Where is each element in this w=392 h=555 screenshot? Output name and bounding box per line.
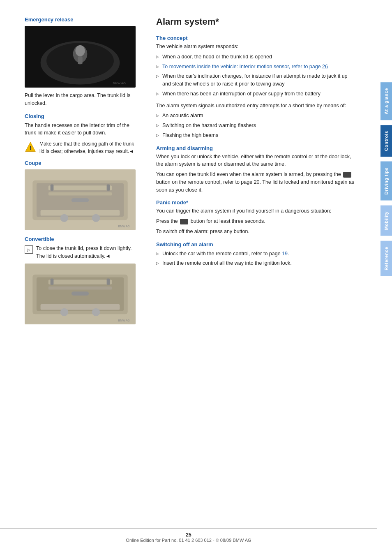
- alarm-system-heading: Alarm system*: [156, 16, 357, 29]
- svg-point-4: [75, 45, 85, 56]
- svg-point-31: [92, 308, 100, 316]
- svg-rect-24: [48, 280, 112, 284]
- signals-bullet-3: Flashing the high beams: [156, 132, 357, 139]
- coupe-image: BMW AG: [25, 169, 136, 230]
- svg-text:!: !: [30, 145, 32, 151]
- svg-text:BMW AG: BMW AG: [118, 319, 130, 322]
- concept-heading: The concept: [156, 35, 357, 41]
- emergency-svg: BMW AG: [25, 26, 136, 88]
- remote-button-icon-arming: [343, 172, 351, 178]
- switching-bullets-list: Unlock the car with the remote control, …: [156, 250, 357, 268]
- coupe-svg: BMW AG: [25, 169, 136, 230]
- svg-rect-28: [71, 291, 89, 296]
- arming-para2: You can open the trunk lid even when the…: [156, 171, 357, 194]
- svg-text:BMW AG: BMW AG: [113, 82, 126, 86]
- panic-heading: Panic mode*: [156, 199, 357, 206]
- concept-bullet-1: When a door, the hood or the trunk lid i…: [156, 53, 357, 61]
- remote-button-icon-panic: [180, 219, 188, 224]
- convertible-note-text: To close the trunk lid, press it down li…: [36, 245, 136, 260]
- svg-rect-29: [41, 304, 120, 310]
- tab-reference[interactable]: Reference: [380, 241, 392, 276]
- svg-point-19: [92, 214, 100, 222]
- footer-text: Online Edition for Part no. 01 41 2 603 …: [0, 538, 377, 543]
- page-container: Emergency release BMW AG Pull the lever …: [0, 0, 392, 555]
- concept-intro: The vehicle alarm system responds:: [156, 43, 357, 51]
- tab-controls[interactable]: Controls: [380, 125, 392, 157]
- convertible-image: BMW AG: [25, 264, 136, 324]
- svg-rect-17: [41, 210, 120, 216]
- page-footer: 25 Online Edition for Part no. 01 41 2 6…: [0, 528, 377, 543]
- main-content: Emergency release BMW AG Pull the lever …: [0, 0, 377, 555]
- tab-driving-tips[interactable]: Driving tips: [380, 162, 392, 201]
- tab-at-a-glance[interactable]: At a glance: [380, 82, 392, 120]
- warning-icon: !: [25, 141, 36, 153]
- panic-para2: Press the button for at least three seco…: [156, 217, 357, 225]
- svg-rect-5: [78, 56, 83, 64]
- convertible-heading: Convertible: [25, 236, 136, 242]
- svg-rect-25: [48, 286, 112, 289]
- page-ref-19[interactable]: 19: [282, 251, 288, 257]
- emergency-body: Pull the lever in the cargo area. The tr…: [25, 92, 136, 107]
- concept-bullet-4: When there has been an interruption of p…: [156, 90, 357, 98]
- concept-bullet-3: When the car's inclination changes, for …: [156, 72, 357, 88]
- left-column: Emergency release BMW AG Pull the lever …: [25, 16, 148, 539]
- signals-bullet-2: Switching on the hazard warning flashers: [156, 122, 357, 130]
- svg-point-30: [60, 308, 68, 316]
- svg-rect-13: [48, 192, 112, 196]
- play-arrow-icon: [25, 245, 33, 254]
- coupe-heading: Coupe: [25, 160, 136, 166]
- closing-heading: Closing: [25, 113, 136, 119]
- page-number: 25: [0, 532, 377, 538]
- svg-rect-16: [71, 198, 89, 202]
- emergency-image: BMW AG: [25, 26, 136, 88]
- svg-text:BMW AG: BMW AG: [118, 225, 130, 228]
- signals-intro: The alarm system signals unauthorized en…: [156, 102, 357, 110]
- panic-para3: To switch off the alarm: press any butto…: [156, 228, 357, 236]
- svg-rect-15: [107, 184, 110, 190]
- svg-rect-12: [48, 185, 112, 190]
- svg-rect-26: [51, 278, 54, 284]
- svg-rect-14: [51, 184, 54, 190]
- warning-text: Make sure that the closing path of the t…: [39, 140, 136, 155]
- convertible-instruction: To close the trunk lid, press it down li…: [25, 245, 136, 260]
- panic-para1: You can trigger the alarm system if you …: [156, 207, 357, 215]
- switching-heading: Switching off an alarm: [156, 241, 357, 247]
- concept-bullets-list: When a door, the hood or the trunk lid i…: [156, 53, 357, 98]
- arming-heading: Arming and disarming: [156, 145, 357, 151]
- warning-box: ! Make sure that the closing path of the…: [25, 140, 136, 155]
- side-tabs: At a glance Controls Driving tips Mobili…: [377, 0, 392, 555]
- signals-bullet-1: An acoustic alarm: [156, 112, 357, 120]
- svg-point-18: [60, 214, 68, 222]
- switching-bullet-1: Unlock the car with the remote control, …: [156, 250, 357, 258]
- emergency-release-heading: Emergency release: [25, 16, 136, 23]
- svg-rect-27: [107, 278, 110, 284]
- closing-body: The handle recesses on the interior trim…: [25, 122, 136, 137]
- tab-mobility[interactable]: Mobility: [380, 206, 392, 236]
- signals-bullets-list: An acoustic alarm Switching on the hazar…: [156, 112, 357, 139]
- concept-bullet-2: To movements inside the vehicle: Interio…: [156, 63, 357, 71]
- switching-bullet-2: Insert the remote control all the way in…: [156, 259, 357, 267]
- arming-para1: When you lock or unlock the vehicle, eit…: [156, 153, 357, 169]
- convertible-svg: BMW AG: [25, 264, 136, 324]
- right-column: Alarm system* The concept The vehicle al…: [148, 16, 357, 539]
